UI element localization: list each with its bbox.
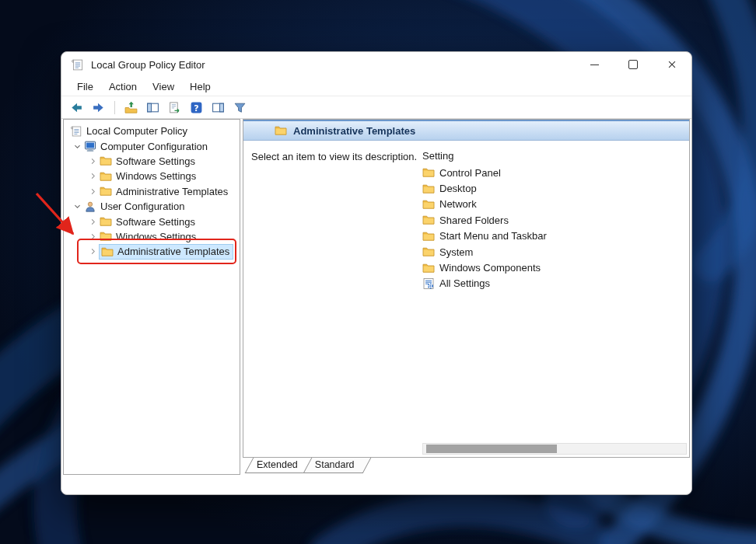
list-item-windows-components[interactable]: Windows Components bbox=[422, 260, 681, 275]
up-one-level-icon bbox=[124, 101, 138, 114]
details-pane-title: Administrative Templates bbox=[293, 125, 415, 137]
chevron-right-icon[interactable] bbox=[86, 185, 100, 197]
tree-item-label: Administrative Templates bbox=[117, 246, 229, 257]
show-action-pane-icon bbox=[212, 101, 225, 114]
tree-item-administrative-templates-user[interactable]: Administrative Templates bbox=[64, 244, 240, 259]
folder-icon bbox=[422, 166, 435, 179]
list-item-all-settings[interactable]: All Settings bbox=[422, 276, 681, 291]
maximize-icon bbox=[628, 60, 638, 69]
column-header-setting[interactable]: Setting bbox=[422, 148, 681, 165]
close-button[interactable] bbox=[653, 52, 691, 77]
tree-item-administrative-templates-computer[interactable]: Administrative Templates bbox=[64, 184, 240, 199]
tree-item-local-computer-policy[interactable]: Local Computer Policy bbox=[64, 124, 240, 138]
chevron-right-icon[interactable] bbox=[86, 230, 100, 242]
list-item-label: System bbox=[439, 246, 473, 258]
maximize-button[interactable] bbox=[614, 52, 653, 77]
list-item-start-menu-and-taskbar[interactable]: Start Menu and Taskbar bbox=[422, 228, 681, 244]
folder-icon bbox=[422, 214, 435, 226]
menu-bar: File Action View Help bbox=[61, 77, 691, 96]
folder-icon bbox=[422, 230, 435, 242]
menu-view[interactable]: View bbox=[145, 79, 182, 94]
tree-item-label: Local Computer Policy bbox=[86, 125, 187, 137]
help-button[interactable] bbox=[187, 99, 205, 116]
tree-item-windows-settings-computer[interactable]: Windows Settings bbox=[64, 169, 240, 183]
filter-icon bbox=[233, 101, 247, 114]
folder-icon bbox=[100, 185, 112, 197]
export-list-button[interactable] bbox=[166, 99, 184, 116]
minimize-icon bbox=[590, 65, 599, 65]
folder-icon bbox=[422, 262, 435, 274]
chevron-right-icon[interactable] bbox=[86, 246, 100, 258]
list-item-label: All Settings bbox=[439, 277, 490, 289]
list-item-shared-folders[interactable]: Shared Folders bbox=[422, 212, 681, 228]
tab-standard[interactable]: Standard bbox=[307, 458, 367, 473]
folder-icon bbox=[101, 246, 114, 258]
selected-tree-item[interactable]: Administrative Templates bbox=[100, 245, 233, 259]
filter-button[interactable] bbox=[231, 99, 249, 116]
menu-help[interactable]: Help bbox=[182, 79, 219, 94]
help-icon bbox=[190, 101, 203, 114]
menu-action[interactable]: Action bbox=[101, 79, 145, 94]
chevron-right-icon[interactable] bbox=[86, 215, 100, 228]
folder-icon bbox=[422, 198, 435, 211]
scrollbar-thumb[interactable] bbox=[426, 445, 557, 453]
list-item-system[interactable]: System bbox=[422, 244, 681, 260]
tree-item-user-configuration[interactable]: User Configuration bbox=[64, 199, 240, 214]
gpedit-icon bbox=[70, 125, 82, 138]
settings-list: Setting Control Panel Desktop Network bbox=[422, 148, 681, 291]
tree-item-label: Software Settings bbox=[116, 155, 195, 167]
list-item-label: Shared Folders bbox=[439, 214, 509, 226]
tree-item-computer-configuration[interactable]: Computer Configuration bbox=[64, 138, 240, 153]
tree-item-label: Administrative Templates bbox=[116, 186, 228, 197]
export-list-icon bbox=[168, 101, 181, 114]
list-item-label: Windows Components bbox=[439, 262, 541, 274]
title-bar[interactable]: Local Group Policy Editor bbox=[61, 52, 691, 77]
up-one-level-button[interactable] bbox=[122, 99, 140, 116]
show-console-tree-button[interactable] bbox=[144, 99, 162, 116]
list-item-network[interactable]: Network bbox=[422, 197, 681, 212]
minimize-button[interactable] bbox=[575, 52, 614, 77]
back-button[interactable] bbox=[68, 99, 86, 116]
tree-item-label: Windows Settings bbox=[116, 170, 196, 182]
show-console-tree-icon bbox=[146, 101, 159, 114]
show-action-pane-button[interactable] bbox=[209, 99, 227, 116]
chevron-right-icon[interactable] bbox=[86, 170, 100, 183]
folder-icon bbox=[100, 170, 112, 183]
user-icon bbox=[84, 201, 96, 213]
folder-icon bbox=[422, 246, 435, 258]
menu-file[interactable]: File bbox=[69, 79, 101, 94]
forward-icon bbox=[92, 101, 105, 114]
computer-icon bbox=[84, 140, 96, 152]
tree-item-label: Software Settings bbox=[116, 216, 195, 228]
folder-icon bbox=[422, 183, 435, 195]
all-settings-icon bbox=[422, 277, 435, 290]
folder-icon bbox=[100, 155, 112, 167]
description-text: Select an item to view its description. bbox=[251, 151, 417, 162]
tree-item-windows-settings-user[interactable]: Windows Settings bbox=[64, 229, 240, 244]
list-item-label: Network bbox=[439, 198, 477, 210]
chevron-down-icon[interactable] bbox=[70, 201, 84, 213]
list-item-desktop[interactable]: Desktop bbox=[422, 180, 681, 196]
tree-item-label: Computer Configuration bbox=[100, 141, 208, 152]
tab-extended[interactable]: Extended bbox=[249, 458, 310, 473]
list-item-label: Start Menu and Taskbar bbox=[439, 230, 547, 242]
folder-icon bbox=[275, 124, 287, 137]
chevron-right-icon[interactable] bbox=[86, 155, 100, 167]
details-pane: Administrative Templates Select an item … bbox=[243, 119, 690, 458]
folder-icon bbox=[100, 215, 112, 228]
back-icon bbox=[70, 101, 83, 114]
tree-item-software-settings-user[interactable]: Software Settings bbox=[64, 214, 240, 228]
forward-button[interactable] bbox=[89, 99, 107, 116]
horizontal-scrollbar[interactable] bbox=[422, 443, 687, 455]
tree-item-label: User Configuration bbox=[100, 201, 184, 212]
window-title: Local Group Policy Editor bbox=[91, 59, 205, 71]
list-item-control-panel[interactable]: Control Panel bbox=[422, 165, 681, 180]
close-icon bbox=[667, 59, 677, 70]
folder-icon bbox=[100, 230, 112, 242]
chevron-down-icon[interactable] bbox=[70, 140, 84, 152]
console-tree-pane: Local Computer Policy Computer Configura… bbox=[63, 119, 240, 475]
toolbar bbox=[61, 96, 691, 119]
tree-item-software-settings-computer[interactable]: Software Settings bbox=[64, 154, 240, 169]
details-pane-header: Administrative Templates bbox=[243, 120, 689, 141]
view-tabs: Extended Standard bbox=[243, 458, 690, 475]
